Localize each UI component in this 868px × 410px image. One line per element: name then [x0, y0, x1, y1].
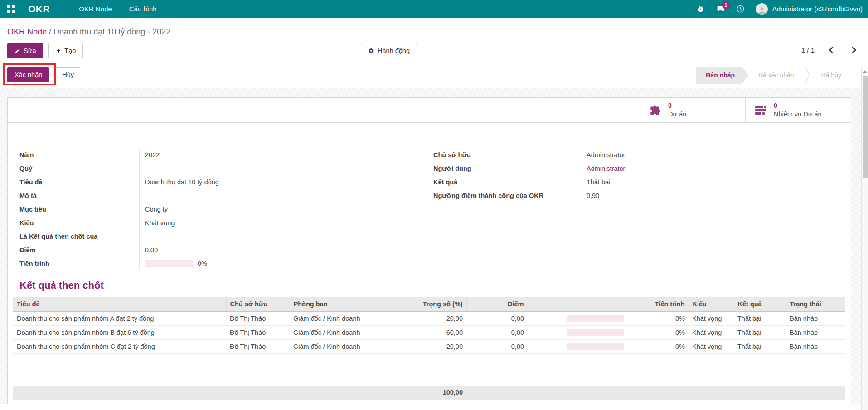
breadcrumb: OKR Node / Doanh thu đạt 10 tỷ đồng - 20…	[0, 18, 868, 40]
field-label: Điểm	[19, 246, 139, 254]
table-row[interactable]: Doanh thu cho sản phẩm nhóm B đạt 6 tỷ đ…	[13, 325, 845, 339]
create-button[interactable]: Tạo	[48, 43, 83, 58]
cell-score: 0,00	[466, 311, 528, 325]
stat-button-projects[interactable]: 0 Dự án	[640, 98, 745, 122]
menu-cau-hinh[interactable]: Cấu hình	[127, 0, 159, 17]
breadcrumb-parent-link[interactable]: OKR Node	[7, 27, 47, 36]
column-header-result[interactable]: Kết quả	[734, 297, 786, 311]
scrollbar-up-arrow-icon[interactable]	[863, 70, 867, 73]
user-menu[interactable]: Administrator (s37cmdbt3vvn)	[772, 5, 863, 13]
pager-next-icon[interactable]	[849, 47, 857, 54]
cell-score: 0,00	[466, 325, 528, 339]
pager-counter: 1 / 1	[801, 46, 815, 54]
edit-button[interactable]: Sửa	[7, 43, 43, 58]
cell-weight: 20,00	[401, 311, 466, 325]
field-row: Tiêu đềDoanh thu đạt 10 tỷ đồng	[19, 175, 429, 189]
status-step-separator	[804, 67, 811, 84]
progress-bar	[567, 343, 624, 350]
field-value: 2022	[139, 148, 429, 162]
confirm-button[interactable]: Xác nhận	[7, 67, 49, 82]
cell-weight: 20,00	[401, 339, 466, 353]
field-value	[139, 189, 429, 203]
field-row: Ngưỡng điểm thành công của OKR0,90	[433, 189, 851, 203]
field-label: Mục tiêu	[19, 206, 139, 213]
key-results-table: Tiêu đềChủ sở hữuPhòng banTrọng số (%)Đi…	[13, 297, 845, 354]
cell-title: Doanh thu cho sản phẩm nhóm C đạt 2 tỷ đ…	[13, 339, 226, 353]
status-step-cancelled[interactable]: Đã hủy	[811, 67, 851, 84]
cell-type: Khát vọng	[689, 339, 734, 353]
form-sheet: 0 Dự án 0 Nhiệm vụ Dự án Năm2022QuýTiêu …	[7, 97, 851, 404]
list-icon	[755, 105, 766, 116]
cell-title: Doanh thu cho sản phẩm nhóm A đạt 2 tỷ đ…	[13, 311, 226, 325]
column-header-title[interactable]: Tiêu đề	[13, 297, 226, 311]
stat-button-box: 0 Dự án 0 Nhiệm vụ Dự án	[8, 98, 851, 123]
cell-dept: Giám đốc / Kinh doanh	[290, 325, 401, 339]
field-label: Ngưỡng điểm thành công của OKR	[433, 192, 581, 199]
list-empty-space	[8, 354, 851, 386]
top-menu: OKR Node Cấu hình	[77, 0, 158, 17]
column-header-status[interactable]: Trạng thái	[786, 297, 845, 311]
messages-icon[interactable]: 1	[716, 5, 725, 14]
progress-percent: 0%	[675, 315, 685, 322]
column-header-progress[interactable]: Tiến trình	[528, 297, 689, 311]
column-header-score[interactable]: Điểm	[466, 297, 528, 311]
section-title-key-results: Kết quả then chốt	[19, 280, 851, 291]
scrollbar-thumb[interactable]	[863, 76, 868, 178]
field-value	[139, 162, 429, 175]
field-row: Chủ sở hữuAdministrator	[433, 148, 851, 162]
field-value: Công ty	[139, 203, 429, 216]
field-row: Năm2022	[19, 148, 429, 162]
field-value: 0%	[139, 257, 429, 270]
control-panel: Sửa Tạo Hành động 1 / 1	[0, 40, 868, 62]
field-row: Tiến trình0%	[19, 257, 429, 270]
field-label: Là Kết quả then chốt của	[19, 233, 139, 240]
field-label: Mô tả	[19, 192, 139, 199]
app-title: OKR	[28, 4, 50, 14]
cell-status: Bản nháp	[786, 325, 845, 339]
column-header-owner[interactable]: Chủ sở hữu	[226, 297, 290, 311]
column-header-type[interactable]: Kiểu	[689, 297, 734, 311]
cell-result: Thất bại	[734, 325, 786, 339]
table-header-row: Tiêu đềChủ sở hữuPhòng banTrọng số (%)Đi…	[13, 297, 845, 311]
field-label: Kết quả	[433, 178, 581, 186]
action-menu-button[interactable]: Hành động	[361, 43, 417, 58]
cancel-button[interactable]: Hủy	[55, 67, 81, 82]
column-header-dept[interactable]: Phòng ban	[290, 297, 401, 311]
progress-bar	[567, 315, 624, 322]
status-step-draft[interactable]: Bản nháp	[696, 67, 748, 84]
cell-status: Bản nháp	[786, 339, 845, 353]
notification-badge: 1	[722, 1, 730, 9]
apps-grid-icon[interactable]	[7, 5, 16, 14]
progress-bar	[567, 329, 624, 336]
stat-button-project-tasks[interactable]: 0 Nhiệm vụ Dự án	[745, 98, 851, 122]
field-label: Năm	[19, 151, 139, 159]
weight-total: 100,00	[13, 389, 466, 396]
fields-right-column: Chủ sở hữuAdministratorNgười dùngAdminis…	[429, 148, 851, 270]
breadcrumb-separator: /	[49, 27, 53, 36]
statusbar: Xác nhận Hủy Bản nháp Đã xác nhận Đã hủy	[0, 62, 868, 88]
user-link[interactable]: Administrator	[587, 165, 625, 172]
menu-okr-node[interactable]: OKR Node	[77, 0, 114, 17]
pager-previous-icon[interactable]	[829, 47, 836, 54]
cell-dept: Giám đốc / Kinh doanh	[290, 339, 401, 353]
field-label: Tiêu đề	[19, 178, 139, 186]
activities-clock-icon[interactable]	[736, 5, 745, 14]
status-step-confirmed[interactable]: Đã xác nhận	[748, 67, 804, 84]
window-scrollbar[interactable]	[861, 68, 868, 410]
bug-icon[interactable]	[696, 5, 705, 14]
progress-percent: 0%	[675, 329, 685, 336]
field-value: Administrator	[581, 148, 851, 162]
progress-percent: 0%	[675, 343, 685, 350]
progress-bar	[145, 260, 193, 267]
field-row: Điểm0,00	[19, 243, 429, 257]
table-row[interactable]: Doanh thu cho sản phẩm nhóm C đạt 2 tỷ đ…	[13, 339, 845, 353]
field-row: Quý	[19, 162, 429, 175]
column-header-weight[interactable]: Trọng số (%)	[401, 297, 466, 311]
field-value	[139, 230, 429, 243]
avatar[interactable]	[756, 3, 768, 15]
field-row: KiểuKhát vọng	[19, 216, 429, 230]
table-row[interactable]: Doanh thu cho sản phẩm nhóm A đạt 2 tỷ đ…	[13, 311, 845, 325]
field-row: Mục tiêuCông ty	[19, 203, 429, 216]
cell-type: Khát vọng	[689, 311, 734, 325]
field-value: Khát vọng	[139, 216, 429, 230]
